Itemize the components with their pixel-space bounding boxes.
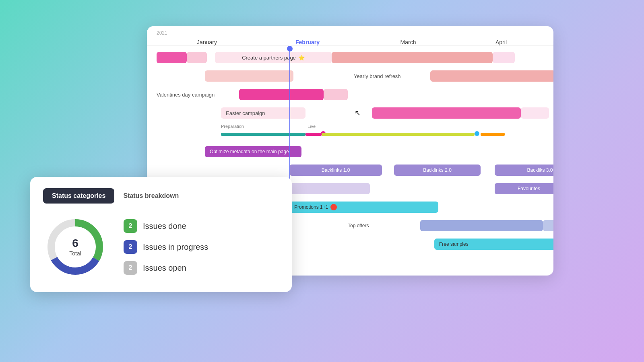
badge-open: 2 <box>124 261 137 275</box>
legend-item-done: 2 Issues done <box>124 219 208 233</box>
alert-dot <box>330 204 337 210</box>
label-preparation: Preparation <box>221 124 308 129</box>
legend-label-in-progress: Issues in progress <box>143 243 208 252</box>
donut-chart: 6 Total <box>43 215 107 279</box>
bar-partners-left-light <box>187 52 207 63</box>
label-live: Live <box>308 124 316 129</box>
bar-fav-left <box>289 183 370 194</box>
bar-easter-right <box>372 107 521 119</box>
legend-list: 2 Issues done 2 Issues in progress 2 Iss… <box>124 219 208 275</box>
bar-brand-right <box>430 70 553 82</box>
bar-backlinks1: Backlinks 1.0 <box>289 165 382 176</box>
bar-backlinks3: Backliks 3.0 <box>495 165 553 176</box>
legend-label-open: Issues open <box>143 263 186 273</box>
status-card: Status categories Status breakdown 6 Tot… <box>30 177 292 292</box>
bar-partners-right-light <box>493 52 515 63</box>
gantt-row-brand: Yearly brand refresh <box>157 68 544 84</box>
badge-in-progress: 2 <box>124 240 137 254</box>
bar-free-samples: Free samples <box>434 239 553 250</box>
progress-orange <box>481 133 505 136</box>
bar-top-offers-right2 <box>543 220 553 231</box>
gantt-year: 2021 <box>147 26 553 36</box>
progress-pink <box>305 133 322 136</box>
timeline-dot <box>287 46 293 51</box>
progress-bar <box>221 133 553 136</box>
legend-item-open: 2 Issues open <box>124 261 208 275</box>
tab-status-breakdown[interactable]: Status breakdown <box>114 188 188 204</box>
bar-brand-left <box>205 70 293 82</box>
bar-top-offers-right <box>420 220 543 231</box>
bar-brand-label: Yearly brand refresh <box>354 70 430 82</box>
gantt-row-easter: Easter campaign ↖ <box>157 105 544 121</box>
donut-center: 6 Total <box>69 237 81 257</box>
total-label: Total <box>69 250 81 257</box>
gantt-row-valentines: Valentines day campaign <box>157 87 544 102</box>
month-january: January <box>157 39 257 45</box>
month-april: April <box>458 39 544 45</box>
progress-labels: Preparation Live <box>221 124 316 129</box>
gantt-row-backlinks: Backlinks 1.0 Backlinks 2.0 Backliks 3.0 <box>157 162 544 178</box>
progress-dot-blue <box>475 131 479 136</box>
legend-item-in-progress: 2 Issues in progress <box>124 240 208 254</box>
progress-yellow-green <box>322 133 475 136</box>
month-march: March <box>358 39 458 45</box>
bar-optimize: Optimize metadata on the main page <box>205 146 301 157</box>
bar-promotions: Promotions 1+1 <box>289 202 438 213</box>
bar-valentines-main <box>239 89 324 100</box>
bar-valentines-label: Valentines day campaign <box>157 89 249 100</box>
total-count: 6 <box>69 237 81 250</box>
progress-teal <box>221 133 305 136</box>
legend-label-done: Issues done <box>143 222 186 231</box>
gantt-month-headers: January February March April <box>147 36 553 46</box>
gantt-row-partners: Create a partners page ⭐ <box>157 50 544 65</box>
bar-valentines-light <box>324 89 348 100</box>
bar-fav-main: Favourites <box>495 183 553 194</box>
status-content: 6 Total 2 Issues done 2 Issues in progre… <box>43 215 279 279</box>
bar-easter-label: Easter campaign <box>221 107 305 119</box>
bar-partners-right <box>332 52 493 63</box>
status-tabs: Status categories Status breakdown <box>43 188 279 204</box>
bar-easter-right-light <box>521 107 549 119</box>
bar-partners-center: Create a partners page ⭐ <box>215 52 332 63</box>
tab-status-categories[interactable]: Status categories <box>43 188 114 204</box>
bar-top-offers-label: Top offers <box>348 220 422 231</box>
gantt-row-progress: Preparation Live <box>157 124 544 141</box>
bar-backlinks2: Backlinks 2.0 <box>394 165 481 176</box>
month-february: February <box>257 39 358 45</box>
cursor-icon: ↖ <box>355 109 361 117</box>
badge-done: 2 <box>124 219 137 233</box>
bar-partners-left-dark <box>157 52 187 63</box>
gantt-row-optimize: Optimize metadata on the main page <box>157 144 544 159</box>
